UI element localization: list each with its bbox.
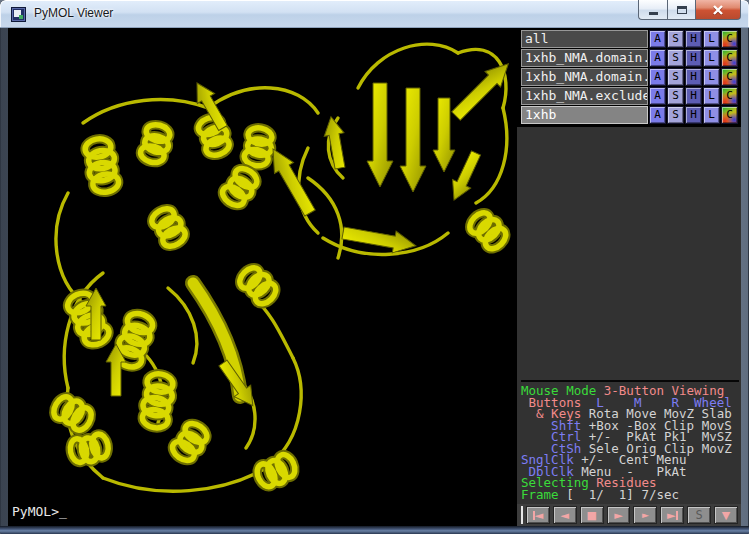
action-button-s[interactable]: S (667, 106, 684, 124)
action-button-c[interactable]: C (721, 68, 738, 86)
step-forward-button[interactable]: ► (633, 506, 657, 524)
minimize-button[interactable] (638, 0, 667, 20)
object-row: 1xhb_NMA.excludeASHLC (521, 87, 738, 105)
action-button-l[interactable]: L (703, 49, 720, 67)
action-button-l[interactable]: L (703, 106, 720, 124)
menu-button[interactable]: ▼ (714, 506, 738, 524)
maximize-icon (677, 6, 687, 14)
action-button-s[interactable]: S (667, 49, 684, 67)
object-row: 1xhb_NMA.domain.ASHLC (521, 68, 738, 86)
object-row: allASHLC (521, 30, 738, 48)
action-button-s[interactable]: S (667, 87, 684, 105)
object-name[interactable]: 1xhb_NMA.domain. (521, 68, 648, 86)
action-button-l[interactable]: L (703, 87, 720, 105)
action-button-a[interactable]: A (649, 87, 666, 105)
viewport-canvas[interactable]: PyMOL>_ (8, 28, 517, 526)
go-to-end-button[interactable]: ► (660, 506, 684, 524)
action-button-h[interactable]: H (685, 87, 702, 105)
action-button-h[interactable]: H (685, 49, 702, 67)
playback-bar: ◄◄■►►►S▼ (517, 504, 741, 526)
action-button-a[interactable]: A (649, 30, 666, 48)
action-button-l[interactable]: L (703, 30, 720, 48)
action-button-h[interactable]: H (685, 68, 702, 86)
help-text-segment: [ 1/ 1] 7/sec (566, 487, 679, 502)
action-button-c[interactable]: C (721, 30, 738, 48)
action-button-a[interactable]: A (649, 106, 666, 124)
window-border (0, 526, 749, 534)
close-icon (712, 5, 724, 15)
object-name[interactable]: all (521, 30, 648, 48)
play-button[interactable]: ► (607, 506, 631, 524)
titlebar[interactable]: PyMOL Viewer (0, 0, 749, 28)
object-name[interactable]: 1xhb_NMA.domain. (521, 49, 648, 67)
maximize-button[interactable] (667, 0, 695, 20)
control-panel: Mouse Mode 3-Button Viewing Buttons L M … (517, 127, 741, 526)
s-toggle-button[interactable]: S (687, 506, 711, 524)
close-button[interactable] (695, 0, 741, 20)
action-button-s[interactable]: S (667, 30, 684, 48)
action-button-c[interactable]: C (721, 49, 738, 67)
stop-button[interactable]: ■ (580, 506, 604, 524)
action-button-a[interactable]: A (649, 68, 666, 86)
object-list: allASHLC1xhb_NMA.domain.ASHLC1xhb_NMA.do… (521, 30, 738, 125)
playbar-edge (521, 506, 523, 524)
internal-gui-panel: allASHLC1xhb_NMA.domain.ASHLC1xhb_NMA.do… (517, 28, 741, 526)
go-to-start-button[interactable]: ◄ (526, 506, 550, 524)
action-button-a[interactable]: A (649, 49, 666, 67)
pymol-window: PyMOL Viewer (0, 0, 749, 534)
pymol-app-icon (11, 7, 26, 22)
action-button-c[interactable]: C (721, 87, 738, 105)
object-row: 1xhb_NMA.domain.ASHLC (521, 49, 738, 67)
object-name[interactable]: 1xhb_NMA.exclude (521, 87, 648, 105)
action-button-c[interactable]: C (721, 106, 738, 124)
action-button-h[interactable]: H (685, 106, 702, 124)
command-prompt[interactable]: PyMOL>_ (12, 504, 67, 519)
action-button-h[interactable]: H (685, 30, 702, 48)
beta-sheet-arrows (86, 56, 516, 411)
window-title: PyMOL Viewer (34, 6, 113, 20)
object-name[interactable]: 1xhb (521, 106, 648, 124)
action-button-l[interactable]: L (703, 68, 720, 86)
minimize-icon (649, 12, 658, 15)
protein-structure (8, 28, 517, 526)
action-button-s[interactable]: S (667, 68, 684, 86)
mouse-help-line[interactable]: Frame [ 1/ 1] 7/sec (521, 489, 739, 501)
help-text-segment: Frame (521, 487, 566, 502)
mouse-mode-panel: Mouse Mode 3-Button Viewing Buttons L M … (521, 380, 739, 500)
object-row: 1xhbASHLC (521, 106, 738, 124)
step-back-button[interactable]: ◄ (553, 506, 577, 524)
